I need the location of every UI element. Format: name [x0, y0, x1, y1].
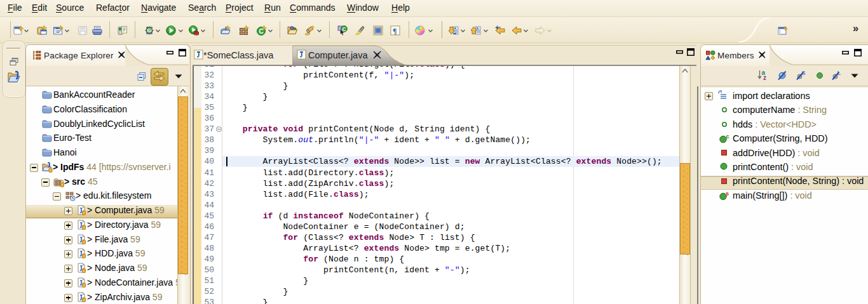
- svg-text:s: s: [726, 191, 729, 197]
- svg-text:z: z: [763, 74, 766, 81]
- svg-text:C: C: [259, 28, 264, 35]
- svg-text:¶: ¶: [393, 27, 397, 36]
- svg-text:c: c: [726, 134, 729, 140]
